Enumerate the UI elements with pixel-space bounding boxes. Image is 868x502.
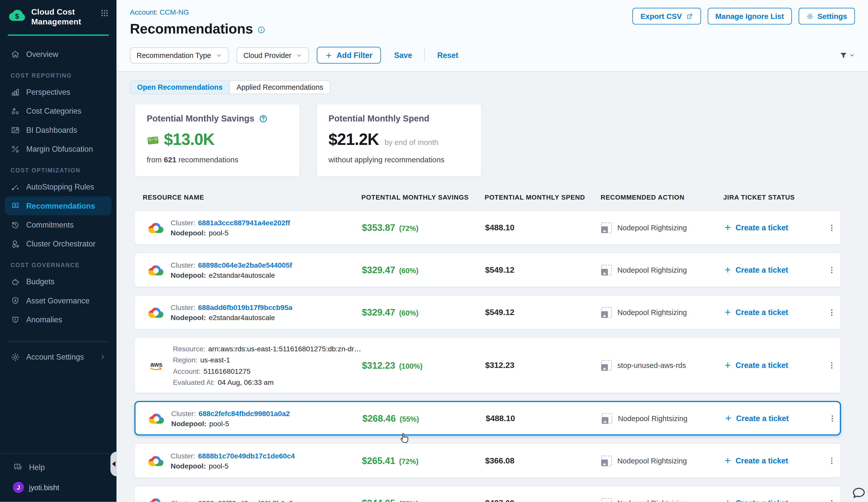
settings-button[interactable]: Settings — [798, 8, 855, 24]
brand-title: Cloud CostManagement — [31, 7, 81, 27]
sidebar-item-account-settings[interactable]: Account Settings — [5, 347, 112, 366]
sidebar-item-bi-dashboards[interactable]: BI Dashboards — [5, 121, 112, 139]
manage-ignore-list-button[interactable]: Manage Ignore List — [707, 8, 792, 24]
filter-bar: Recommendation Type Cloud Provider Add F… — [116, 40, 868, 72]
resource-link[interactable]: 688add6fb019b17f9bccb95a — [198, 303, 293, 312]
create-ticket-button[interactable]: Create a ticket — [724, 265, 825, 274]
row-menu-kebab-icon[interactable] — [825, 263, 838, 277]
sidebar-collapse-button[interactable] — [110, 452, 116, 476]
add-filter-button[interactable]: Add Filter — [317, 47, 381, 63]
gcp-cloud-icon — [148, 306, 164, 319]
main-area: Account: CCM-NG Recommendations Export C… — [116, 0, 868, 502]
cloud-provider-dropdown[interactable]: Cloud Provider — [237, 47, 309, 63]
resource-value: pool-5 — [209, 228, 229, 237]
create-ticket-button[interactable]: Create a ticket — [724, 308, 825, 316]
resource-value: us-east-1 — [200, 356, 230, 364]
module-grid-icon[interactable] — [100, 9, 108, 17]
savings-card-title: Potential Monthly Savings — [147, 114, 254, 124]
tab-open-recommendations[interactable]: Open Recommendations — [131, 81, 230, 94]
save-filter-button[interactable]: Save — [394, 51, 412, 59]
gcp-cloud-icon — [148, 496, 164, 502]
savings-cell: $265.41(72%) — [362, 456, 485, 466]
sidebar-item-overview[interactable]: Overview — [5, 45, 112, 64]
ccm-cloud-logo-icon: $ — [8, 7, 26, 23]
resource-value: 04 Aug, 06:33 am — [218, 378, 274, 386]
sidebar-item-anomalies[interactable]: Anomalies — [5, 310, 112, 329]
external-link-icon — [686, 13, 693, 20]
page-title: Recommendations — [130, 21, 253, 37]
row-menu-kebab-icon[interactable] — [826, 411, 838, 426]
sidebar-item-label: Recommendations — [26, 202, 95, 210]
reset-filter-button[interactable]: Reset — [437, 51, 458, 59]
plus-icon — [724, 414, 732, 422]
tab-applied-recommendations[interactable]: Applied Recommendations — [230, 81, 330, 94]
create-ticket-button[interactable]: Create a ticket — [724, 457, 825, 465]
home-icon — [11, 49, 20, 59]
row-menu-kebab-icon[interactable] — [825, 496, 838, 502]
plus-icon — [724, 308, 732, 316]
resource-link[interactable]: 6886e92f59a48cad86b5b1c6 — [198, 499, 293, 502]
filter-panel-toggle[interactable] — [839, 51, 855, 59]
gear-icon — [11, 352, 20, 362]
create-ticket-button[interactable]: Create a ticket — [724, 223, 825, 232]
resource-link[interactable]: 6881a3ccc887941a4ee202ff — [198, 218, 290, 227]
table-row[interactable]: Cluster:688add6fb019b17f9bccb95aNodepool… — [134, 295, 841, 330]
resource-line: Region:us-east-1 — [173, 356, 362, 364]
question-icon[interactable] — [259, 114, 268, 123]
create-ticket-label: Create a ticket — [736, 265, 788, 274]
resource-value: arn:aws:rds:us-east-1:511616801275:db:zn… — [208, 344, 362, 353]
sidebar-item-cluster-orchestrator[interactable]: Cluster Orchestrator — [5, 234, 112, 253]
sidebar-item-autostopping-rules[interactable]: AutoStopping Rules — [5, 177, 112, 196]
savings-cell: $268.46(55%) — [362, 413, 486, 423]
recommendations-icon — [11, 201, 20, 211]
sidebar-item-margin-obfuscation[interactable]: Margin Obfuscation — [5, 139, 112, 158]
user-menu[interactable]: J jyoti.bisht — [0, 473, 116, 502]
resource-link[interactable]: 68898c064e3e2ba0e544005f — [198, 261, 292, 269]
sidebar-section-label: COST OPTIMIZATION — [11, 167, 106, 174]
resource-link[interactable]: 6888b1c70e49db17c1de60c4 — [198, 451, 295, 460]
table-row-selected[interactable]: Cluster:688c2fefc84fbdc99801a0a2Nodepool… — [134, 401, 841, 436]
header-actions: Export CSV Manage Ignore List Settings — [633, 8, 855, 24]
savings-cell: $244.05(57%) — [362, 498, 485, 502]
sidebar-item-budgets[interactable]: Budgets — [5, 272, 112, 291]
action-label: Nodepool Rightsizing — [617, 457, 687, 465]
sidebar-item-commitments[interactable]: Commitments — [5, 216, 112, 234]
help-button[interactable]: ? Help — [0, 461, 116, 473]
table-row[interactable]: Cluster:6886e92f59a48cad86b5b1c6$244.05(… — [134, 485, 841, 502]
spend-cell: $366.08 — [485, 456, 601, 465]
resource-link[interactable]: 688c2fefc84fbdc99801a0a2 — [199, 409, 290, 417]
action-cell: Nodepool Rightsizing — [601, 265, 724, 275]
create-ticket-button[interactable]: Create a ticket — [724, 361, 825, 369]
export-csv-button[interactable]: Export CSV — [633, 8, 701, 24]
resource-cell: Cluster:6886e92f59a48cad86b5b1c6 — [135, 496, 362, 502]
autostopping-icon — [11, 182, 20, 192]
row-menu-kebab-icon[interactable] — [825, 453, 838, 468]
create-ticket-button[interactable]: Create a ticket — [724, 499, 825, 502]
table-row[interactable]: Cluster:6881a3ccc887941a4ee202ffNodepool… — [134, 210, 841, 245]
sidebar-item-asset-governance[interactable]: $Asset Governance — [5, 291, 112, 310]
row-menu-kebab-icon[interactable] — [825, 358, 838, 373]
budgets-icon — [11, 277, 20, 286]
sidebar-item-perspectives[interactable]: Perspectives — [5, 83, 112, 102]
recommendation-type-dropdown[interactable]: Recommendation Type — [130, 47, 229, 63]
sidebar-item-recommendations[interactable]: Recommendations — [5, 196, 112, 215]
create-ticket-button[interactable]: Create a ticket — [724, 414, 826, 422]
resource-cell: Cluster:688add6fb019b17f9bccb95aNodepool… — [135, 303, 362, 322]
info-icon[interactable] — [257, 26, 265, 34]
resource-line: Nodepool:pool-5 — [170, 228, 290, 237]
resource-value: pool-5 — [209, 419, 229, 427]
gear-icon — [806, 13, 814, 20]
sidebar-item-cost-categories[interactable]: Cost Categories — [5, 102, 112, 121]
row-menu-kebab-icon[interactable] — [825, 220, 838, 235]
table-row[interactable]: Cluster:68898c064e3e2ba0e544005fNodepool… — [134, 252, 841, 287]
row-menu-kebab-icon[interactable] — [825, 305, 838, 320]
resource-line: Account:511616801275 — [173, 367, 362, 375]
table-row[interactable]: awsResource:arn:aws:rds:us-east-1:511616… — [134, 337, 841, 393]
support-chat-icon[interactable] — [851, 485, 867, 501]
breadcrumb-account-link[interactable]: Account: CCM-NG — [130, 8, 189, 16]
action-label: Nodepool Rightsizing — [617, 308, 687, 316]
sidebar-section-label: COST GOVERNANCE — [11, 262, 106, 269]
sidebar-item-label: Budgets — [26, 278, 54, 286]
perspectives-icon — [11, 87, 20, 97]
table-row[interactable]: Cluster:6888b1c70e49db17c1de60c4Nodepool… — [134, 443, 841, 478]
